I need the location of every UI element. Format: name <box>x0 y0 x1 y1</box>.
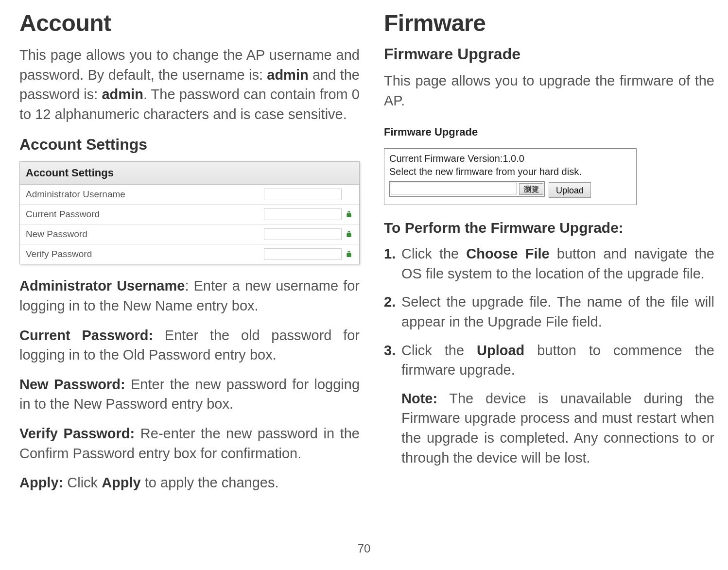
firmware-upgrade-title: Firmware Upgrade <box>384 45 714 63</box>
definition-item: Verify Password: Re-enter the new passwo… <box>19 424 360 463</box>
step-item: 2.Select the upgrade file. The name of t… <box>384 292 714 331</box>
firmware-box: Current Firmware Version:1.0.0 Select th… <box>384 148 637 205</box>
firmware-browse-button[interactable]: 瀏覽 <box>519 183 543 195</box>
account-row-label: Current Password <box>26 209 264 220</box>
firmware-file-chooser[interactable]: 瀏覽 <box>389 181 545 197</box>
firmware-select-text: Select the new firmware from your hard d… <box>389 166 631 177</box>
step-number: 3. <box>384 341 396 361</box>
page-number: 70 <box>358 542 371 555</box>
step-item: 1.Click the Choose File button and navig… <box>384 244 714 283</box>
perform-upgrade-title: To Perform the Firmware Upgrade: <box>384 220 714 236</box>
firmware-box-title: Firmware Upgrade <box>384 122 714 143</box>
account-table-header: Account Settings <box>20 162 359 185</box>
step-number: 2. <box>384 292 396 312</box>
firmware-note: Note: The device is unavailable during t… <box>384 389 714 467</box>
firmware-file-path-input[interactable] <box>391 183 517 194</box>
firmware-intro: This page allows you to upgrade the firm… <box>384 71 714 110</box>
account-row: Current Password <box>20 205 359 225</box>
firmware-current-version: Current Firmware Version:1.0.0 <box>389 153 631 164</box>
account-row: New Password <box>20 225 359 244</box>
step-number: 1. <box>384 244 396 264</box>
account-row: Verify Password <box>20 244 359 264</box>
definition-item: Apply: Click Apply to apply the changes. <box>19 473 360 493</box>
account-intro: This page allows you to change the AP us… <box>19 45 360 124</box>
account-title: Account <box>19 10 360 36</box>
left-column: Account This page allows you to change t… <box>19 10 360 560</box>
account-settings-table: Account Settings Administrator UsernameC… <box>19 161 360 264</box>
lock-icon <box>345 230 353 239</box>
account-row-label: Verify Password <box>26 249 264 259</box>
definition-item: Administrator Username: Enter a new user… <box>19 276 360 315</box>
step-item: 3.Click the Upload button to commence th… <box>384 341 714 380</box>
account-input[interactable] <box>264 248 342 260</box>
definition-item: New Password: Enter the new password for… <box>19 375 360 414</box>
account-input[interactable] <box>264 208 342 220</box>
account-input[interactable] <box>264 189 342 200</box>
lock-icon <box>345 210 353 219</box>
firmware-upload-button[interactable]: Upload <box>549 182 591 198</box>
lock-icon <box>345 250 353 259</box>
account-settings-title: Account Settings <box>19 136 360 154</box>
account-row: Administrator Username <box>20 185 359 205</box>
firmware-box-container: Firmware Upgrade Current Firmware Versio… <box>384 122 714 205</box>
firmware-title: Firmware <box>384 10 714 36</box>
account-row-label: Administrator Username <box>26 189 264 200</box>
account-row-label: New Password <box>26 229 264 240</box>
account-input[interactable] <box>264 228 342 240</box>
right-column: Firmware Firmware Upgrade This page allo… <box>384 10 714 560</box>
definition-item: Current Password: Enter the old password… <box>19 326 360 365</box>
